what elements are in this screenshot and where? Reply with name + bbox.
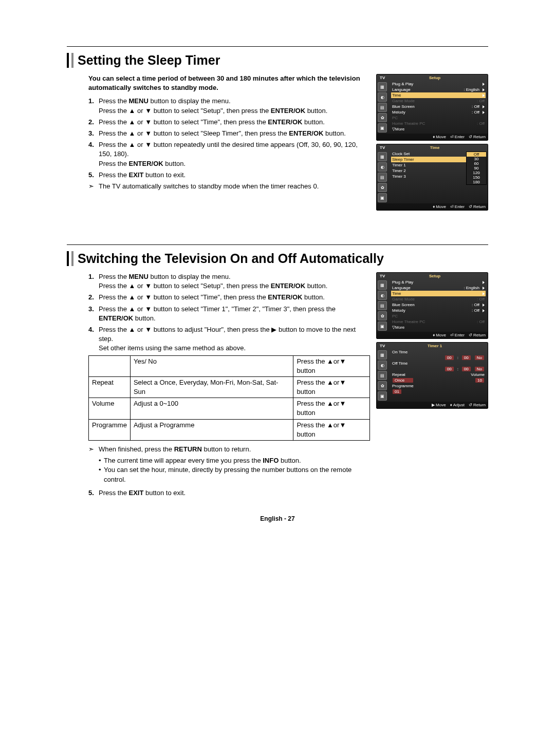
osd-timer1-screenshot: TVTimer 1 ▦◐▤✿▣ On Time 00:00No Off Time…	[376, 342, 488, 409]
heading-text: Setting the Sleep Timer	[78, 53, 220, 68]
note-1: ➣The TV automatically switches to standb…	[88, 182, 370, 191]
setup-icon: ✿	[378, 113, 387, 122]
picture-icon: ▦	[378, 82, 387, 91]
heading-auto-onoff: Switching the Television On and Off Auto…	[67, 251, 488, 266]
osd-setup-screenshot-1: TVSetup ▦◐▤✿▣ Plug & PlayLanguage: Engli…	[376, 74, 488, 141]
intro-text: You can select a time period of between …	[88, 74, 370, 92]
sleep-timer-popup: Off306090120150180	[466, 152, 487, 185]
osd-time-screenshot: TVTime ▦◐▤✿▣ Clock Set:Sleep Timer:Timer…	[376, 144, 488, 211]
heading-text-2: Switching the Television On and Off Auto…	[78, 251, 384, 266]
steps-list-2: 1.Press the MENU button to display the m…	[88, 272, 370, 353]
input-icon: ▣	[378, 123, 387, 133]
note-2: ➣When finished, press the RETURN button …	[88, 445, 370, 454]
channel-icon: ▤	[378, 103, 387, 112]
heading-sleep-timer: Setting the Sleep Timer	[67, 53, 488, 68]
sound-icon: ◐	[378, 92, 387, 102]
steps-list-1: 1.Press the MENU button to display the m…	[88, 97, 370, 180]
page-number: English - 27	[67, 515, 488, 522]
osd-setup-screenshot-2: TVSetup ▦◐▤✿▣ Plug & PlayLanguage: Engli…	[376, 272, 488, 339]
sub-bullets: The current time will appear every time …	[99, 456, 370, 484]
config-table: Yes/ NoPress the ▲or▼ button RepeatSelec…	[88, 355, 370, 441]
